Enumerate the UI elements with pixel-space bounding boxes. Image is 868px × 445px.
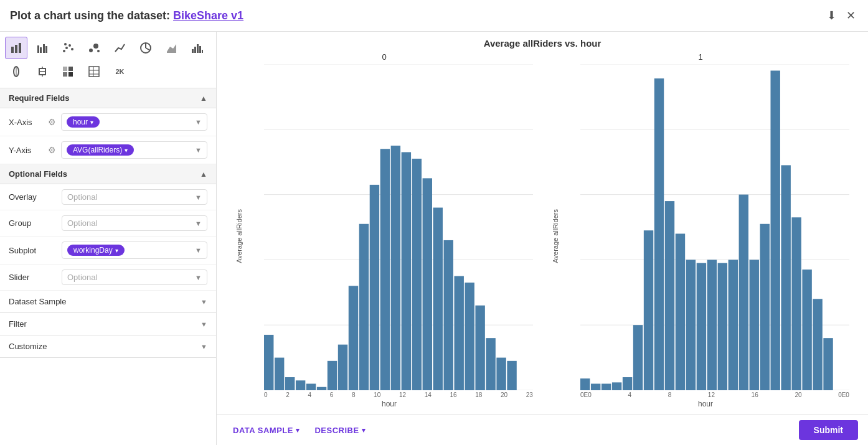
x-axis-pill: hour ▾ [67, 116, 100, 128]
customize-label: Customize [9, 342, 47, 351]
dataset-link[interactable]: BikeShare v1 [173, 9, 243, 22]
data-sample-tab[interactable]: DATA SAMPLE ▾ [227, 423, 306, 438]
x-axis-select[interactable]: hour ▾ ▼ [61, 113, 207, 131]
y-axis-select[interactable]: AVG(allRiders) ▾ ▼ [61, 141, 207, 159]
footer-tabs: DATA SAMPLE ▾ DESCRIBE ▾ [227, 423, 372, 438]
optional-fields-label: Optional Fields [9, 169, 67, 179]
dataset-sample-section[interactable]: Dataset Sample ▼ [0, 291, 216, 313]
subplot-row: Subplot workingDay ▾ ▼ [0, 237, 216, 265]
footer: DATA SAMPLE ▾ DESCRIBE ▾ Submit [217, 415, 868, 445]
left-panel: 2K Required Fields ▲ X-Axis ⚙ hour ▾ ▼ Y… [0, 32, 217, 445]
chart-type-line[interactable] [109, 37, 131, 59]
svg-rect-51 [285, 377, 295, 390]
y-axis-gear-icon[interactable]: ⚙ [48, 145, 56, 155]
svg-line-17 [146, 48, 150, 50]
svg-rect-68 [465, 283, 474, 390]
describe-tab[interactable]: DESCRIBE ▾ [308, 423, 372, 438]
svg-rect-59 [370, 185, 379, 390]
group-select[interactable]: Optional ▼ [62, 215, 207, 231]
facet-0-y-label: Average allRiders [235, 209, 243, 263]
facet-1-plot: 500 400 300 200 100 0 [562, 64, 849, 408]
chart-type-violin[interactable] [5, 60, 27, 83]
svg-rect-29 [63, 67, 67, 71]
customize-section[interactable]: Customize ▼ [0, 335, 216, 358]
svg-rect-0 [11, 47, 14, 53]
facet-1: 1 Average allRiders [552, 52, 849, 408]
required-fields-header[interactable]: Required Fields ▲ [0, 88, 216, 108]
facet-1-inner: Average allRiders [552, 64, 849, 408]
svg-rect-85 [580, 378, 590, 390]
chart-type-grouped-bar[interactable] [31, 37, 54, 59]
submit-button[interactable]: Submit [799, 420, 858, 440]
filter-section[interactable]: Filter ▼ [0, 313, 216, 335]
svg-point-14 [97, 50, 100, 52]
x-axis-caret: ▼ [195, 118, 202, 126]
chart-type-histogram[interactable] [186, 37, 209, 59]
svg-rect-50 [275, 358, 284, 390]
data-sample-label: DATA SAMPLE [233, 426, 293, 435]
download-button[interactable]: ⬇ [824, 6, 839, 25]
svg-rect-107 [813, 299, 822, 390]
facet-0-x-ticks: 0246810121416182023 [264, 390, 533, 398]
overlay-select[interactable]: Optional ▼ [62, 189, 207, 205]
svg-rect-93 [665, 201, 674, 390]
svg-rect-4 [40, 47, 42, 53]
optional-fields-header[interactable]: Optional Fields ▲ [0, 164, 216, 184]
svg-rect-6 [45, 46, 47, 53]
svg-rect-3 [37, 45, 39, 53]
svg-rect-21 [199, 46, 201, 53]
svg-rect-66 [444, 240, 453, 390]
chart-type-bar[interactable] [5, 37, 27, 59]
svg-rect-86 [591, 384, 600, 390]
facet-1-bars-area: 500 400 300 200 100 0 [580, 64, 849, 390]
optional-fields-chevron: ▲ [200, 170, 207, 179]
svg-rect-92 [654, 78, 664, 390]
svg-rect-67 [454, 276, 463, 390]
filter-caret: ▼ [200, 321, 207, 328]
facet-0-svg: 500 400 300 200 100 0 [264, 64, 533, 390]
group-caret: ▼ [195, 220, 202, 227]
facet-0-bars-area: 500 400 300 200 100 0 [264, 64, 533, 390]
svg-rect-98 [718, 263, 727, 390]
chart-content: Average allRiders vs. hour 0 Average all… [217, 32, 868, 415]
svg-rect-108 [823, 338, 833, 390]
svg-point-8 [65, 47, 68, 49]
svg-rect-58 [359, 224, 369, 390]
slider-caret: ▼ [195, 274, 202, 281]
subplot-label: Subplot [9, 246, 43, 255]
group-row: Group Optional ▼ [0, 210, 216, 237]
y-axis-value: AVG(allRiders) [73, 146, 122, 154]
dataset-sample-label: Dataset Sample [9, 297, 67, 306]
overlay-label: Overlay [9, 192, 43, 202]
svg-rect-104 [781, 165, 790, 390]
title-prefix: Plot a chart using the dataset: [10, 9, 173, 22]
facet-0-inner: Average allRiders [235, 64, 533, 408]
close-button[interactable]: ✕ [844, 6, 858, 25]
chart-type-bubble[interactable] [83, 37, 105, 59]
y-axis-pill-arrow: ▾ [125, 147, 128, 154]
subplot-select[interactable]: workingDay ▾ ▼ [62, 241, 207, 259]
filter-label: Filter [9, 319, 27, 329]
chart-type-text[interactable]: 2K [109, 60, 131, 83]
subplot-pill-arrow: ▾ [115, 247, 118, 254]
svg-rect-2 [19, 43, 21, 53]
chart-type-box[interactable] [31, 60, 54, 83]
x-axis-gear-icon[interactable]: ⚙ [48, 117, 56, 127]
chart-wrapper: Average allRiders vs. hour 0 Average all… [223, 38, 862, 408]
chart-type-table[interactable] [83, 60, 105, 83]
y-axis-label: Y-Axis [9, 146, 43, 155]
header: Plot a chart using the dataset: BikeShar… [0, 0, 868, 32]
slider-select[interactable]: Optional ▼ [62, 269, 207, 285]
y-axis-pill: AVG(allRiders) ▾ [67, 144, 134, 156]
chart-type-grid: 2K [0, 32, 216, 88]
svg-rect-60 [380, 149, 390, 390]
chart-type-area[interactable] [161, 37, 183, 59]
svg-rect-89 [623, 377, 632, 390]
svg-point-10 [71, 48, 73, 50]
header-actions: ⬇ ✕ [824, 6, 858, 25]
describe-caret: ▾ [362, 426, 366, 434]
chart-type-pie[interactable] [134, 37, 157, 59]
chart-type-scatter[interactable] [57, 37, 79, 59]
svg-rect-57 [349, 286, 358, 390]
chart-type-heatmap[interactable] [57, 60, 79, 83]
